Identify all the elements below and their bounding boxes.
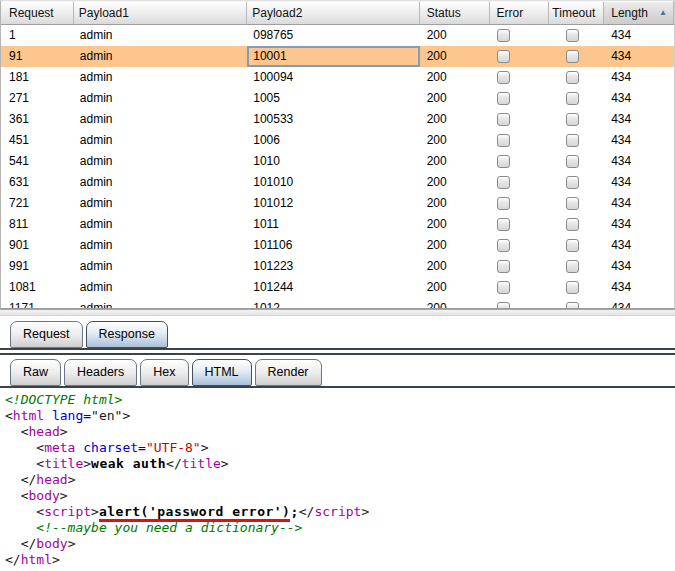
error-checkbox[interactable] [497,50,510,63]
error-checkbox[interactable] [497,155,510,168]
code-token-tag: script [314,504,361,519]
cell-payload2: 1006 [247,130,419,151]
error-checkbox[interactable] [497,92,510,105]
table-row[interactable]: 541admin1010200434 [1,151,674,172]
horizontal-splitter[interactable] [0,309,675,316]
cell-length: 434 [604,151,674,172]
cell-error [489,67,549,88]
table-row[interactable]: 361admin100533200434 [1,109,674,130]
error-checkbox[interactable] [497,113,510,126]
table-row[interactable]: 1081admin101244200434 [1,277,674,298]
code-token-brk: < [5,408,13,423]
tab-view-html[interactable]: HTML [192,359,252,386]
error-checkbox[interactable] [497,29,510,42]
timeout-checkbox[interactable] [566,197,579,210]
cell-error [489,172,549,193]
code-line: <meta charset="UTF-8"> [5,440,675,456]
cell-length: 434 [604,256,674,277]
code-token-plain: "en" [91,408,122,423]
timeout-checkbox[interactable] [566,281,579,294]
timeout-checkbox[interactable] [566,302,579,309]
table-row[interactable]: 811admin1011200434 [1,214,674,235]
code-token-brk: </ [5,552,21,567]
column-header-payload2[interactable]: Payload2 [247,1,419,24]
code-token-comment: <!--maybe you need a dictionary--> [36,520,302,535]
error-checkbox[interactable] [497,71,510,84]
timeout-checkbox[interactable] [566,134,579,147]
code-line: <!--maybe you need a dictionary--> [5,520,675,536]
table-row[interactable]: 181admin100094200434 [1,67,674,88]
column-header-status[interactable]: Status [420,1,490,24]
error-checkbox[interactable] [497,176,510,189]
timeout-checkbox[interactable] [566,92,579,105]
cell-length: 434 [604,214,674,235]
column-header-request[interactable]: Request [1,1,74,24]
column-header-payload1[interactable]: Payload1 [74,1,247,24]
cell-request: 541 [1,151,74,172]
cell-payload1: admin [74,235,247,256]
error-checkbox[interactable] [497,302,510,309]
column-header-error[interactable]: Error [490,1,550,24]
timeout-checkbox[interactable] [566,113,579,126]
column-header-timeout[interactable]: Timeout [549,1,604,24]
code-token-brk: > [201,440,209,455]
tab-view-headers[interactable]: Headers [64,359,137,386]
cell-status: 200 [420,88,490,109]
cell-payload1: admin [74,172,247,193]
cell-request: 1 [1,25,74,46]
code-token-plain [5,488,21,503]
table-row[interactable]: 1admin098765200434 [1,25,674,46]
error-checkbox[interactable] [497,239,510,252]
table-row[interactable]: 1171admin1012200434 [1,298,674,309]
tab-response[interactable]: Response [86,321,168,348]
table-row[interactable]: 91admin10001200434 [1,46,674,67]
cell-payload1: admin [74,88,247,109]
cell-timeout [549,256,604,277]
cell-status: 200 [420,256,490,277]
code-token-brk: < [36,440,44,455]
code-line: </html> [5,552,675,568]
code-token-brk: < [36,456,44,471]
timeout-checkbox[interactable] [566,176,579,189]
request-response-tabs: RequestResponse [0,316,675,348]
tab-request[interactable]: Request [10,321,83,348]
error-checkbox[interactable] [497,281,510,294]
timeout-checkbox[interactable] [566,50,579,63]
cell-error [489,298,549,309]
cell-timeout [549,67,604,88]
timeout-checkbox[interactable] [566,239,579,252]
cell-error [489,25,549,46]
table-row[interactable]: 271admin1005200434 [1,88,674,109]
cell-length: 434 [604,193,674,214]
code-token-brk: > [83,456,91,471]
error-checkbox[interactable] [497,218,510,231]
tab-view-hex[interactable]: Hex [140,359,188,386]
cell-status: 200 [420,25,490,46]
table-row[interactable]: 631admin101010200434 [1,172,674,193]
response-html-view[interactable]: <!DOCTYPE html><html lang="en"> <head> <… [0,388,675,571]
timeout-checkbox[interactable] [566,71,579,84]
code-token-tag: head [28,424,59,439]
table-row[interactable]: 451admin1006200434 [1,130,674,151]
table-row[interactable]: 901admin101106200434 [1,235,674,256]
sort-ascending-icon: ▲ [659,9,667,17]
response-view-tabs: RawHeadersHexHTMLRender [0,355,675,386]
tab-view-raw[interactable]: Raw [10,359,61,386]
table-row[interactable]: 991admin101223200434 [1,256,674,277]
table-body: 1admin09876520043491admin10001200434181a… [1,25,674,309]
table-row[interactable]: 721admin101012200434 [1,193,674,214]
tab-view-render[interactable]: Render [255,359,322,386]
error-checkbox[interactable] [497,134,510,147]
cell-payload2: 10001 [247,46,419,67]
cell-timeout [549,151,604,172]
timeout-checkbox[interactable] [566,260,579,273]
error-checkbox[interactable] [497,197,510,210]
error-checkbox[interactable] [497,260,510,273]
column-header-length[interactable]: Length▲ [604,1,674,24]
cell-status: 200 [420,298,490,309]
cell-timeout [549,214,604,235]
cell-timeout [549,88,604,109]
timeout-checkbox[interactable] [566,155,579,168]
timeout-checkbox[interactable] [566,218,579,231]
timeout-checkbox[interactable] [566,29,579,42]
